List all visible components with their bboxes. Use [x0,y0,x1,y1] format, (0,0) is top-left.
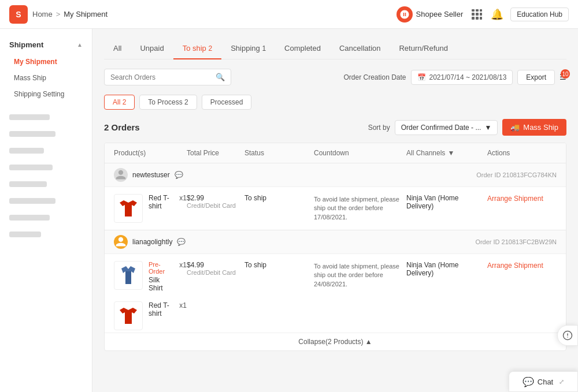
order-id-1: Order ID 210813FCG784KN [476,171,557,178]
product-cell-1: Red T-shirt x1 [114,194,187,223]
search-icon: 🔍 [216,73,225,81]
collapse-chevron-up-icon: ▲ [365,338,372,346]
breadcrumb-sep: > [56,10,61,18]
header: S Home > My Shipment Shopee Seller 🔔 Edu… [0,0,578,29]
sub-tab-all[interactable]: All 2 [104,95,135,110]
sidebar-blurred-row-7 [0,210,92,226]
search-orders-input[interactable] [110,73,216,81]
countdown-desc-2a: To avoid late shipment, please ship out … [314,262,406,289]
order-tabs: All Unpaid To ship 2 Shipping 1 Complete… [104,38,566,59]
date-range-picker[interactable]: 📅 2021/07/14 ~ 2021/08/13 [411,70,513,85]
sidebar-item-shipping-setting[interactable]: Shipping Setting [0,86,92,102]
preorder-label-2a: Pre-Order [149,261,173,275]
sidebar-blurred-row-3 [0,143,92,159]
sidebar-shipment-section: Shipment ▲ My Shipment Mass Ship Shippin… [0,36,92,102]
status-text-2a: To ship [244,261,314,269]
notification-bell-icon[interactable]: 🔔 [491,8,503,21]
sidebar-item-mass-ship[interactable]: Mass Ship [0,70,92,86]
qty-2a: x1 [179,261,187,269]
sort-by-label: Sort by [368,124,390,132]
product-cell-2a: Pre-Order Silk Shirt x1 [114,261,187,292]
sub-tab-processed[interactable]: Processed [202,95,252,110]
status-cell-1: To ship [244,194,314,202]
qty-1: x1 [179,194,187,202]
sidebar: Shipment ▲ My Shipment Mass Ship Shippin… [0,29,92,392]
sub-tab-to-process[interactable]: To Process 2 [139,95,197,110]
username-1: newtestuser [132,171,170,179]
channel-cell-2a: Ninja Van (Home Delivery) [406,261,487,277]
product-thumb-2a [114,261,143,290]
sidebar-blurred-row-2 [0,126,92,143]
sidebar-item-my-shipment[interactable]: My Shipment [0,54,92,70]
channel-cell-1: Ninja Van (Home Delivery) [406,194,487,210]
collapse-label: Collapse(2 Products) [298,338,363,346]
tab-to-ship[interactable]: To ship 2 [173,38,222,59]
shopee-seller-badge: Shopee Seller [397,6,464,23]
sort-value: Order Confirmed Date - ... [401,124,481,132]
chevron-up-icon: ▲ [77,42,83,48]
page-title: My Shipment [64,10,108,18]
sort-chevron-icon: ▼ [484,124,491,132]
channels-chevron-icon: ▼ [447,149,454,157]
product-name-1: Red T-shirt [149,194,173,210]
col-channels[interactable]: All Channels ▼ [406,149,487,157]
chat-widget[interactable]: 💬 Chat ⤢ [509,371,578,392]
product-name-2b: Red T-shirt [149,301,173,318]
arrange-shipment-link-2[interactable]: Arrange Shipment [487,262,543,270]
product-info-1: Red T-shirt [149,194,173,210]
tab-shipping[interactable]: Shipping 1 [221,38,275,59]
floating-action-button[interactable] [557,325,578,346]
ship-icon: 🚚 [510,123,520,132]
username-2: lianagolightly [132,238,172,246]
price-cell-1: $2.99 Credit/Debit Card [187,194,244,209]
sidebar-blurred-row-8 [0,226,92,243]
chat-widget-label: Chat [538,378,553,386]
order-group-2: lianagolightly 💬 Order ID 210813FC2BW29N [105,230,566,350]
home-link[interactable]: Home [32,10,53,18]
status-cell-2a: To ship [244,261,314,269]
col-product: Product(s) [114,149,187,157]
sidebar-blurred-row-5 [0,176,92,193]
table-row: Red T-shirt x1 $2.99 Credit/Debit Card T… [105,187,566,230]
shopee-logo: S [9,5,28,24]
qty-2b: x1 [179,301,187,309]
sub-tabs: All 2 To Process 2 Processed [104,95,566,110]
shopee-seller-text: Shopee Seller [416,10,464,18]
mass-ship-button[interactable]: 🚚 Mass Ship [502,119,566,136]
tab-return-refund[interactable]: Return/Refund [390,38,457,59]
date-filter-label: Order Creation Date [343,73,406,81]
search-orders-box[interactable]: 🔍 [104,69,231,85]
tab-completed[interactable]: Completed [275,38,330,59]
header-right: Shopee Seller 🔔 Education Hub [397,6,569,23]
price-value-2a: $4.99 [187,261,244,269]
sidebar-section-header[interactable]: Shipment ▲ [0,36,92,54]
sidebar-blurred-row-1 [0,109,92,126]
chat-icon-1[interactable]: 💬 [175,171,183,179]
avatar-1 [114,168,128,182]
grid-menu-icon[interactable] [470,8,484,21]
tab-unpaid[interactable]: Unpaid [131,38,173,59]
date-range-value: 2021/07/14 ~ 2021/08/13 [429,73,507,81]
price-value-1: $2.99 [187,194,244,202]
arrange-shipment-link-1[interactable]: Arrange Shipment [487,195,543,203]
chat-expand-icon: ⤢ [559,378,564,386]
shopee-icon [397,6,413,23]
calendar-icon: 📅 [417,73,426,81]
status-text-1: To ship [244,194,314,202]
countdown-desc-1: To avoid late shipment, please ship out … [314,195,406,222]
payment-label-2a: Credit/Debit Card [187,269,244,276]
sidebar-blurred-row-4 [0,159,92,176]
chat-widget-icon: 💬 [523,376,534,387]
chat-icon-2[interactable]: 💬 [177,238,186,246]
collapse-products-row[interactable]: Collapse(2 Products) ▲ [105,333,566,350]
sort-dropdown[interactable]: Order Confirmed Date - ... ▼ [395,120,498,135]
tab-cancellation[interactable]: Cancellation [330,38,390,59]
table-header: Product(s) Total Price Status Countdown … [105,143,566,163]
export-button[interactable]: Export [517,70,555,85]
education-hub-button[interactable]: Education Hub [510,8,569,21]
sidebar-section-title: Shipment [9,40,43,49]
product-thumb-1 [114,194,143,223]
tab-all[interactable]: All [104,38,131,59]
main-content: All Unpaid To ship 2 Shipping 1 Complete… [92,29,578,392]
menu-options-button[interactable]: ☰ 10 [560,73,566,81]
